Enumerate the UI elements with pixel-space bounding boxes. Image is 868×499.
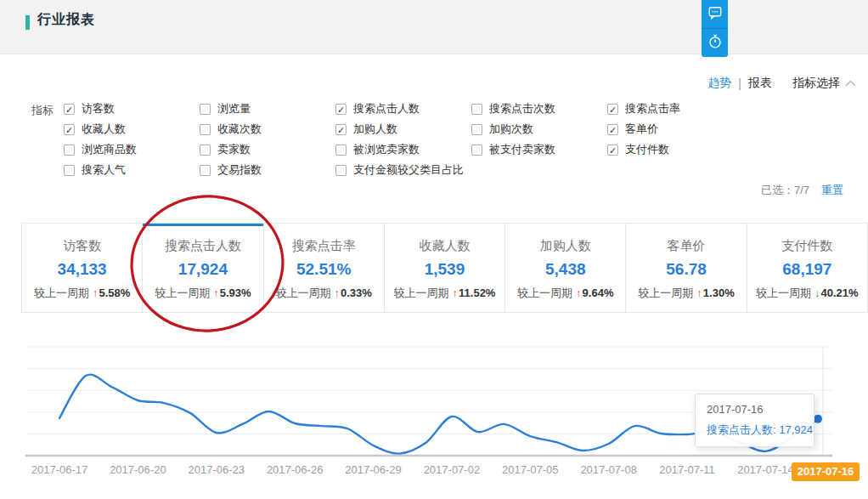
metric-card-tab[interactable]: 搜索点击率52.51%较上一周期↑0.33% — [263, 224, 384, 312]
change-percent: 11.52% — [459, 286, 495, 299]
indicator-checkbox-label: 搜索人气 — [82, 162, 126, 178]
x-axis-tick-label: 2017-07-08 — [571, 463, 647, 476]
metric-card-change: 较上一周期↓40.21% — [747, 286, 867, 301]
indicator-checkbox-item[interactable]: 浏览量 — [200, 101, 251, 116]
history-button[interactable] — [702, 29, 728, 57]
indicator-checkbox-item[interactable]: 浏览商品数 — [64, 142, 137, 157]
indicator-checkbox-label: 搜索点击率 — [625, 101, 680, 116]
checkbox-unchecked-icon[interactable] — [200, 145, 211, 156]
arrow-up-icon: ↑ — [213, 286, 219, 299]
indicator-checkbox-item[interactable]: 被浏览卖家数 — [335, 142, 420, 157]
metric-card-value: 68,197 — [747, 260, 867, 279]
indicator-checkbox-item[interactable]: 访客数 — [64, 101, 115, 116]
change-percent: 0.33% — [341, 286, 372, 299]
x-axis-tick-label: 2017-06-26 — [256, 463, 333, 476]
title-accent-bar — [25, 15, 30, 30]
checkbox-checked-icon[interactable] — [64, 104, 75, 115]
chat-bubble-icon — [707, 4, 724, 25]
indicator-checkbox-item[interactable]: 加购人数 — [335, 122, 397, 137]
metric-card-tab[interactable]: 收藏人数1,539较上一周期↑11.52% — [384, 224, 504, 312]
tab-report[interactable]: 报表 — [748, 76, 772, 91]
arrow-up-icon: ↑ — [696, 286, 702, 299]
indicator-checkbox-label: 支付金额较父类目占比 — [353, 162, 464, 178]
clock-icon — [707, 33, 724, 54]
metric-card-tab[interactable]: 客单价56.78较上一周期↑1.30% — [625, 224, 746, 312]
x-axis-tick-label: 2017-06-17 — [21, 463, 98, 476]
checkbox-unchecked-icon[interactable] — [64, 145, 75, 156]
metric-card-title: 加购人数 — [505, 238, 625, 254]
checkbox-unchecked-icon[interactable] — [200, 124, 211, 135]
reset-link[interactable]: 重置 — [821, 183, 843, 198]
metric-card-title: 访客数 — [22, 238, 142, 254]
compare-period-label: 较上一周期 — [155, 286, 210, 299]
checkbox-checked-icon[interactable] — [335, 124, 347, 135]
indicator-checkbox-label: 交易指数 — [217, 162, 262, 178]
feedback-button[interactable] — [702, 0, 728, 29]
checkbox-unchecked-icon[interactable] — [200, 104, 211, 115]
checkbox-unchecked-icon[interactable] — [471, 104, 482, 115]
checkbox-checked-icon[interactable] — [607, 145, 618, 156]
x-axis-tick-label: 2017-06-23 — [178, 463, 255, 476]
checkbox-unchecked-icon[interactable] — [335, 165, 347, 176]
arrow-up-icon: ↑ — [453, 286, 459, 299]
checkbox-checked-icon[interactable] — [64, 124, 75, 135]
x-axis-tick-label: 2017-06-29 — [335, 463, 412, 476]
checkbox-unchecked-icon[interactable] — [64, 165, 75, 176]
indicator-checkbox-item[interactable]: 搜索点击率 — [607, 101, 680, 116]
tab-trend[interactable]: 趋势 — [707, 76, 731, 91]
metric-card-title: 搜索点击率 — [264, 238, 384, 254]
metric-card-change: 较上一周期↑9.64% — [505, 286, 625, 301]
change-percent: 1.30% — [703, 286, 735, 299]
change-percent: 40.21% — [821, 286, 859, 299]
indicator-checkbox-label: 收藏次数 — [217, 122, 262, 137]
metric-card-title: 搜索点击人数 — [143, 238, 262, 254]
x-axis-tick-label: 2017-07-05 — [492, 463, 568, 476]
indicator-checkbox-item[interactable]: 被支付卖家数 — [471, 142, 555, 157]
highlighted-data-point[interactable] — [814, 415, 822, 423]
selected-count: 已选：7/7 — [761, 183, 809, 198]
metric-card-tab[interactable]: 支付件数68,197较上一周期↓40.21% — [747, 224, 867, 312]
checkbox-unchecked-icon[interactable] — [471, 145, 482, 156]
checkbox-checked-icon[interactable] — [335, 104, 347, 115]
view-switch-divider: | — [738, 77, 741, 90]
compare-period-label: 较上一周期 — [276, 286, 331, 299]
filter-label: 指标 — [31, 103, 54, 118]
indicator-select-label: 指标选择 — [792, 76, 840, 91]
indicator-checkbox-item[interactable]: 收藏人数 — [64, 122, 126, 137]
indicator-checkbox-item[interactable]: 加购次数 — [471, 122, 533, 137]
metric-card-tab[interactable]: 加购人数5,438较上一周期↑9.64% — [504, 224, 625, 312]
checkbox-unchecked-icon[interactable] — [471, 124, 482, 135]
indicator-checkbox-item[interactable]: 客单价 — [607, 122, 658, 137]
indicator-checkbox-label: 搜索点击人数 — [353, 101, 420, 116]
metric-card-value: 56.78 — [626, 260, 746, 279]
metric-card-change: 较上一周期↑5.58% — [22, 286, 142, 301]
checkbox-checked-icon[interactable] — [607, 124, 618, 135]
metric-card-tab[interactable]: 访客数34,133较上一周期↑5.58% — [22, 224, 142, 312]
change-percent: 5.58% — [99, 286, 130, 299]
chart-tooltip: 2017-07-16 搜索点击人数: 17,924 — [695, 394, 814, 447]
metric-card-selected[interactable]: 搜索点击人数17,924较上一周期↑5.93% — [142, 224, 262, 312]
indicator-checkbox-item[interactable]: 搜索点击人数 — [335, 101, 420, 116]
compare-period-label: 较上一周期 — [517, 286, 572, 299]
page-title: 行业报表 — [37, 11, 95, 29]
checkbox-unchecked-icon[interactable] — [200, 165, 211, 176]
checkbox-unchecked-icon[interactable] — [335, 145, 347, 156]
quick-action-bar — [702, 0, 728, 57]
compare-period-label: 较上一周期 — [34, 286, 89, 299]
indicator-checkbox-grid: 访客数收藏人数浏览商品数搜索人气浏览量收藏次数卖家数交易指数搜索点击人数加购人数… — [64, 101, 845, 186]
indicator-checkbox-item[interactable]: 收藏次数 — [200, 122, 262, 137]
metric-card-value: 52.51% — [264, 260, 384, 279]
indicator-select-toggle[interactable]: 指标选择 — [792, 76, 856, 91]
arrow-down-icon: ↓ — [814, 286, 820, 299]
change-percent: 9.64% — [583, 286, 614, 299]
page-header: 行业报表 — [0, 0, 868, 54]
indicator-checkbox-item[interactable]: 搜索点击次数 — [471, 101, 555, 116]
x-axis-tick-label: 2017-06-20 — [99, 463, 176, 476]
indicator-checkbox-item[interactable]: 交易指数 — [200, 162, 262, 178]
indicator-checkbox-item[interactable]: 支付件数 — [607, 142, 669, 157]
checkbox-checked-icon[interactable] — [607, 104, 618, 115]
indicator-checkbox-item[interactable]: 卖家数 — [200, 142, 251, 157]
indicator-checkbox-item[interactable]: 支付金额较父类目占比 — [335, 162, 464, 178]
indicator-checkbox-label: 访客数 — [82, 101, 115, 116]
indicator-checkbox-item[interactable]: 搜索人气 — [64, 162, 126, 178]
